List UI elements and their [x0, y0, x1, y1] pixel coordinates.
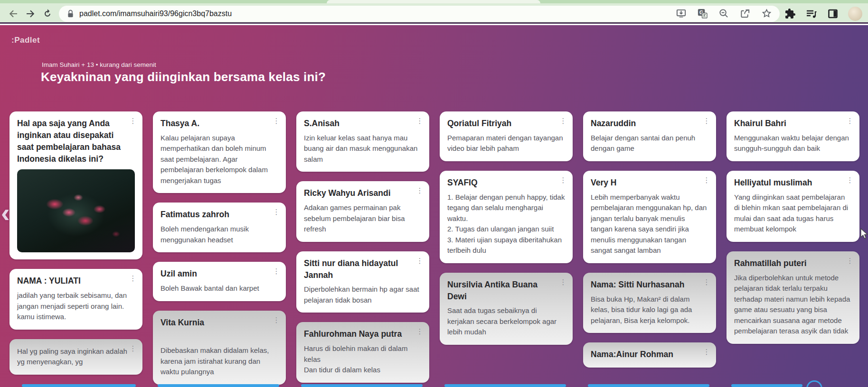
card-title: Fahlurohman Naya putra: [304, 328, 422, 340]
post-card[interactable]: ⋮ S.Anisah Izin keluar kelas saat hanya …: [296, 111, 429, 172]
card-menu-button[interactable]: ⋮: [558, 175, 568, 185]
card-body: Harus di bolehin makan di dalam kelas Da…: [304, 343, 422, 376]
post-card[interactable]: ⋮ Uzil amin Boleh Bawak bantal dan karpe…: [153, 262, 286, 301]
previous-arrow-icon[interactable]: ‹: [1, 200, 10, 226]
browser-toolbar: padlet.com/imamsuhairi93/96gicn3bq7bazst…: [0, 3, 868, 24]
share-icon[interactable]: [740, 8, 751, 19]
post-card[interactable]: ⋮ Khairul Bahri Menggunakan waktu belaja…: [726, 111, 859, 161]
card-menu-button[interactable]: ⋮: [272, 207, 281, 217]
post-card[interactable]: ⋮ Hal yg paling saya inginkan adalah yg …: [9, 339, 142, 375]
bookmark-star-icon[interactable]: [761, 8, 772, 19]
card-menu-button[interactable]: ⋮: [272, 116, 281, 126]
card-menu-button[interactable]: ⋮: [415, 186, 425, 195]
card-menu-button[interactable]: ⋮: [128, 274, 138, 283]
post-card[interactable]: ⋮ Very H Lebih memperbanyak waktu pembel…: [583, 171, 716, 263]
board-column-5: ⋮ Nazaruddin Belajar dengan santai dan p…: [583, 111, 716, 385]
card-menu-button[interactable]: ⋮: [415, 327, 425, 336]
card-title: Helliyatul muslimah: [734, 177, 852, 189]
active-tab[interactable]: [327, 0, 540, 3]
card-title: Uzil amin: [160, 268, 278, 280]
playlist-icon[interactable]: [805, 8, 818, 19]
post-card[interactable]: ⋮ Nursilvia Antika Buana Dewi Saat ada t…: [440, 273, 573, 345]
card-menu-button[interactable]: ⋮: [558, 116, 568, 126]
card-menu-button[interactable]: ⋮: [558, 277, 568, 287]
url-text: padlet.com/imamsuhairi93/96gicn3bq7bazst…: [79, 9, 232, 18]
forward-arrow-icon: [25, 8, 36, 19]
card-menu-button[interactable]: ⋮: [845, 256, 855, 266]
card-menu-button[interactable]: ⋮: [702, 347, 711, 357]
card-title: Nama: Sitti Nurhasanah: [591, 279, 708, 291]
post-card[interactable]: ⋮ Vita Kurnia Dibebaskan makan didalam k…: [153, 311, 286, 385]
zoom-out-icon[interactable]: [718, 8, 729, 19]
flower-photo[interactable]: [17, 169, 135, 252]
profile-avatar[interactable]: [848, 7, 862, 21]
install-download-icon[interactable]: [676, 8, 687, 19]
padlet-board: :Padlet Imam Suhairi + 13 • kurang dari …: [0, 25, 868, 387]
card-title: Vita Kurnia: [160, 317, 278, 329]
card-title: NAMA : YULIATI: [17, 275, 135, 287]
card-title: Qoriatul Fitriyah: [447, 118, 565, 129]
card-title: Very H: [591, 177, 708, 189]
card-menu-button[interactable]: ⋮: [415, 256, 425, 266]
post-card[interactable]: ⋮ Helliyatul muslimah Yang diinginkan sa…: [726, 171, 859, 242]
card-menu-button[interactable]: ⋮: [415, 116, 425, 126]
back-button[interactable]: [5, 5, 22, 22]
card-title: Rahmatillah puteri: [734, 258, 852, 269]
card-title: Thasya A.: [160, 118, 278, 129]
padlet-logo[interactable]: :Padlet: [11, 36, 40, 45]
card-menu-button[interactable]: ⋮: [702, 116, 711, 126]
reload-icon: [42, 8, 53, 19]
card-menu-button[interactable]: ⋮: [128, 344, 138, 353]
text-selection-highlight: [444, 384, 566, 387]
text-selection-highlight: [22, 384, 136, 387]
card-menu-button[interactable]: ⋮: [272, 315, 281, 325]
text-selection-highlight: [731, 384, 802, 387]
board-author-meta: Imam Suhairi + 13 • kurang dari semenit: [42, 61, 156, 68]
card-body: Hal yg paling saya inginkan adalah yg me…: [17, 346, 135, 368]
post-card[interactable]: ⋮ Rahmatillah puteri Jika diperbolehkan …: [726, 251, 859, 344]
card-body: Bisa buka Hp, Makan² di dalam kelas, bis…: [591, 294, 708, 326]
post-card[interactable]: ⋮ Fahlurohman Naya putra Harus di bolehi…: [296, 322, 429, 382]
card-title: Nazaruddin: [591, 118, 708, 129]
tab-strip: [0, 0, 868, 3]
card-body: Boleh mendengarkan musik menggunakan hea…: [160, 224, 278, 245]
card-menu-button[interactable]: ⋮: [702, 175, 711, 185]
reload-button[interactable]: [39, 5, 56, 22]
post-card[interactable]: ⋮ NAMA : YULIATI jadilah yang terbaik se…: [9, 269, 142, 329]
post-card[interactable]: ⋮ SYAFIQ 1. Belajar dengan penuh happy, …: [440, 171, 573, 263]
extensions-puzzle-icon[interactable]: [784, 8, 796, 19]
card-body: Belajar dengan santai dan penuh dengan g…: [591, 133, 708, 154]
card-menu-button[interactable]: ⋮: [128, 116, 138, 126]
text-selection-highlight: [588, 384, 709, 387]
post-card[interactable]: ⋮ Nama:Ainur Rohman: [583, 342, 716, 368]
post-card[interactable]: ⋮ Nama: Sitti Nurhasanah Bisa buka Hp, M…: [583, 273, 716, 333]
post-card[interactable]: ⋮ Nazaruddin Belajar dengan santai dan p…: [583, 111, 716, 161]
forward-button[interactable]: [22, 5, 39, 22]
card-menu-button[interactable]: ⋮: [702, 277, 711, 287]
text-selection-highlight: [301, 384, 423, 387]
side-panel-icon[interactable]: [827, 8, 839, 19]
translate-icon[interactable]: G: [697, 8, 708, 19]
post-card[interactable]: ⋮ Ricky Wahyu Arisandi Adakan games perm…: [296, 181, 429, 241]
card-menu-button[interactable]: ⋮: [845, 175, 855, 185]
post-card[interactable]: ⋮ Hal apa saja yang Anda inginkan atau d…: [9, 111, 142, 259]
address-bar[interactable]: padlet.com/imamsuhairi93/96gicn3bq7bazst…: [59, 6, 780, 22]
card-body: Izin keluar kelas saat hanya mau buang a…: [304, 133, 422, 165]
post-card[interactable]: ⋮ Fatimatus zahroh Boleh mendengarkan mu…: [153, 203, 286, 252]
card-menu-button[interactable]: ⋮: [845, 116, 855, 126]
board-column-3: ⋮ S.Anisah Izin keluar kelas saat hanya …: [296, 111, 429, 385]
back-arrow-icon: [8, 8, 19, 19]
card-title: Khairul Bahri: [734, 118, 852, 129]
browser-chrome: padlet.com/imamsuhairi93/96gicn3bq7bazst…: [0, 0, 868, 24]
card-body: Diperbolehkan bermain hp agar saat pelaj…: [304, 284, 422, 305]
card-menu-button[interactable]: ⋮: [272, 267, 281, 276]
card-title: Hal apa saja yang Anda inginkan atau dis…: [17, 118, 135, 165]
post-card[interactable]: ⋮ Qoriatul Fitriyah Pemaparan materi den…: [440, 111, 573, 161]
card-body: Saat ada tugas sebaiknya di kerjakan sec…: [447, 305, 565, 338]
card-columns: ⋮ Hal apa saja yang Anda inginkan atau d…: [9, 111, 868, 385]
post-card[interactable]: ⋮ Sitti nur diana hidayatul Jannah Diper…: [296, 251, 429, 313]
post-card[interactable]: ⋮ Thasya A. Kalau pelajaran supaya mempe…: [153, 111, 286, 193]
card-body: Pemaparan materi dengan tayangan video b…: [447, 133, 565, 154]
card-title: Sitti nur diana hidayatul Jannah: [304, 258, 422, 281]
card-body: Lebih memperbanyak waktu pembelajaran me…: [591, 192, 708, 256]
